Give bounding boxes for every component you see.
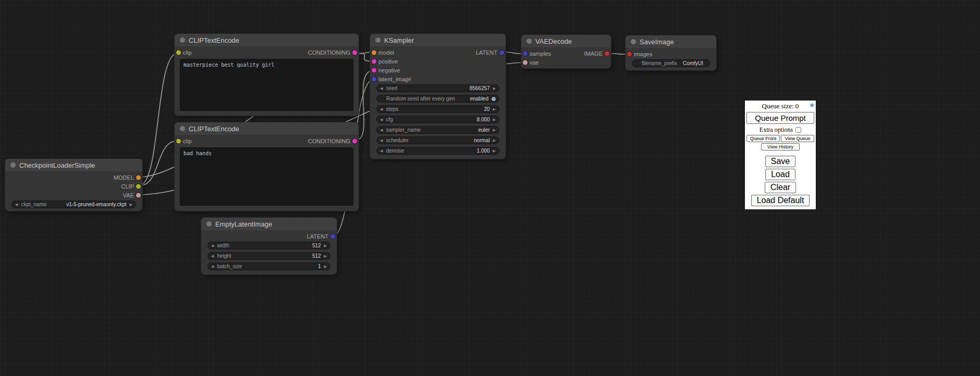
decrement-arrow-icon[interactable]: ◀ (380, 149, 383, 153)
input-port-model[interactable] (372, 50, 376, 55)
widget-value: 512 (312, 253, 321, 259)
output-port-clip[interactable] (136, 184, 141, 189)
input-port-clip[interactable] (176, 50, 181, 55)
widget-label: batch_size (217, 264, 242, 269)
widget-label: Random seed after every gen (386, 96, 455, 102)
decrement-arrow-icon[interactable]: ◀ (211, 244, 214, 247)
widget-seed[interactable]: ◀ seed 8566257 ▶ (376, 84, 499, 92)
view-queue-button[interactable]: View Queue (781, 135, 814, 142)
node-save-image[interactable]: SaveImage images filename_prefix ComfyUI (626, 35, 716, 70)
decrement-arrow-icon[interactable]: ◀ (380, 86, 383, 90)
node-title-bar[interactable]: CLIPTextEncode (175, 122, 359, 135)
extra-options-label: Extra options (760, 126, 793, 134)
decrement-arrow-icon[interactable]: ◀ (380, 118, 383, 121)
input-port-latent-image[interactable] (372, 77, 376, 81)
output-label: MODEL (114, 174, 134, 181)
queue-front-button[interactable]: Queue Front (746, 135, 780, 142)
widget-value: euler (478, 127, 489, 133)
settings-gear-icon[interactable]: ✱ (810, 102, 814, 109)
collapse-dot-icon[interactable] (631, 39, 636, 44)
node-checkpoint-loader[interactable]: CheckpointLoaderSimple MODEL CLIP VAE ◀ … (5, 159, 142, 211)
queue-buttons-row: Queue Front View Queue (746, 135, 814, 142)
node-title-bar[interactable]: VAEDecode (521, 35, 611, 47)
input-label: latent_image (378, 76, 411, 82)
widget-width[interactable]: ◀ width 512 ▶ (207, 242, 330, 249)
queue-prompt-button[interactable]: Queue Prompt (746, 112, 814, 124)
increment-arrow-icon[interactable]: ▶ (493, 118, 496, 121)
node-ksampler[interactable]: KSampler model LATENT positive negative … (370, 34, 506, 159)
output-port-latent[interactable] (499, 50, 504, 55)
widget-denoise[interactable]: ◀ denoise 1.000 ▶ (376, 147, 499, 155)
output-port-image[interactable] (605, 51, 609, 56)
prompt-textarea[interactable]: masterpiece best quality girl (180, 59, 353, 111)
widget-scheduler[interactable]: ◀ scheduler normal ▶ (376, 136, 499, 144)
widget-value: 8566257 (470, 85, 490, 91)
decrement-arrow-icon[interactable]: ◀ (380, 139, 383, 142)
view-history-button[interactable]: View History (761, 143, 800, 151)
node-title-bar[interactable]: SaveImage (626, 35, 716, 48)
widget-sampler-name[interactable]: ◀ sampler_name euler ▶ (376, 126, 499, 134)
output-port-model[interactable] (136, 175, 141, 180)
input-port-positive[interactable] (372, 59, 376, 64)
input-port-negative[interactable] (372, 68, 376, 72)
clear-button[interactable]: Clear (765, 182, 796, 193)
output-port-vae[interactable] (136, 193, 141, 197)
input-port-clip[interactable] (176, 139, 181, 143)
increment-arrow-icon[interactable]: ▶ (324, 244, 327, 247)
widget-height[interactable]: ◀ height 512 ▶ (207, 252, 330, 260)
output-port-latent[interactable] (330, 234, 335, 239)
node-empty-latent-image[interactable]: EmptyLatentImage LATENT ◀ width 512 ▶ ◀ … (201, 218, 337, 274)
widget-value: v1-5-pruned-emaonly.ckpt (66, 202, 126, 207)
input-port-samples[interactable] (523, 51, 528, 56)
increment-arrow-icon[interactable]: ▶ (493, 86, 496, 90)
input-port-images[interactable] (627, 52, 632, 56)
collapse-dot-icon[interactable] (375, 37, 381, 43)
load-default-button[interactable]: Load Default (751, 195, 810, 206)
decrement-arrow-icon[interactable]: ◀ (211, 254, 214, 258)
node-title-bar[interactable]: CLIPTextEncode (175, 34, 359, 46)
increment-arrow-icon[interactable]: ▶ (493, 128, 496, 132)
node-title-bar[interactable]: CheckpointLoaderSimple (5, 159, 142, 171)
decrement-arrow-icon[interactable]: ◀ (15, 203, 18, 206)
collapse-dot-icon[interactable] (180, 126, 185, 131)
graph-canvas[interactable]: CheckpointLoaderSimple MODEL CLIP VAE ◀ … (0, 0, 980, 376)
collapse-dot-icon[interactable] (206, 221, 212, 227)
increment-arrow-icon[interactable]: ▶ (324, 254, 327, 258)
node-vae-decode[interactable]: VAEDecode samples IMAGE vae (521, 35, 611, 68)
output-port-conditioning[interactable] (352, 50, 357, 55)
prompt-textarea[interactable]: bad hands (180, 147, 353, 206)
widget-cfg[interactable]: ◀ cfg 8.000 ▶ (376, 116, 499, 123)
output-port-conditioning[interactable] (352, 139, 357, 143)
increment-arrow-icon[interactable]: ▶ (324, 265, 327, 268)
output-label: CONDITIONING (308, 138, 350, 144)
widget-filename-prefix[interactable]: filename_prefix ComfyUI (632, 59, 710, 67)
input-row: images (626, 49, 716, 58)
input-port-vae[interactable] (523, 60, 528, 65)
node-clip-text-encode-positive[interactable]: CLIPTextEncode clip CONDITIONING masterp… (175, 34, 359, 116)
increment-arrow-icon[interactable]: ▶ (493, 107, 496, 111)
decrement-arrow-icon[interactable]: ◀ (211, 265, 214, 268)
decrement-arrow-icon[interactable]: ◀ (380, 128, 383, 132)
extra-options-checkbox[interactable] (795, 127, 801, 133)
widget-ckpt-name[interactable]: ◀ ckpt_name v1-5-pruned-emaonly.ckpt ▶ (11, 200, 136, 208)
save-button[interactable]: Save (765, 156, 795, 167)
increment-arrow-icon[interactable]: ▶ (493, 149, 496, 153)
widget-steps[interactable]: ◀ steps 20 ▶ (376, 105, 499, 113)
widget-random-seed-toggle[interactable]: Random seed after every gen enabled (376, 95, 499, 103)
widget-batch-size[interactable]: ◀ batch_size 1 ▶ (207, 262, 330, 270)
collapse-dot-icon[interactable] (10, 162, 16, 168)
collapse-dot-icon[interactable] (526, 39, 532, 44)
load-button[interactable]: Load (765, 169, 795, 180)
decrement-arrow-icon[interactable]: ◀ (380, 107, 383, 111)
toggle-indicator-icon[interactable] (492, 97, 496, 101)
input-label: model (378, 49, 394, 56)
increment-arrow-icon[interactable]: ▶ (493, 139, 496, 142)
increment-arrow-icon[interactable]: ▶ (130, 203, 132, 206)
collapse-dot-icon[interactable] (180, 37, 185, 43)
input-label: images (634, 51, 652, 57)
node-title-bar[interactable]: EmptyLatentImage (201, 218, 337, 230)
queue-size-row: Queue size: 0 ✱ (746, 101, 814, 111)
widget-value: 8.000 (477, 117, 490, 122)
node-title-bar[interactable]: KSampler (370, 34, 506, 46)
node-clip-text-encode-negative[interactable]: CLIPTextEncode clip CONDITIONING bad han… (175, 122, 359, 211)
